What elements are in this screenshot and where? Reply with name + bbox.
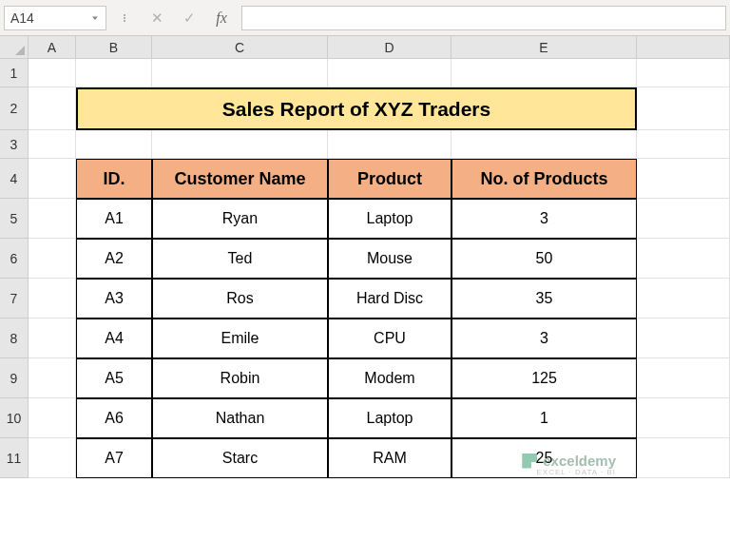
cell-qty[interactable]: 3 bbox=[451, 319, 637, 358]
cell-product[interactable]: Hard Disc bbox=[328, 279, 451, 319]
cell-f9[interactable] bbox=[637, 358, 730, 398]
cell-qty[interactable]: 125 bbox=[451, 358, 637, 398]
name-box[interactable]: A14 ▼ bbox=[4, 6, 106, 30]
cell-f1[interactable] bbox=[637, 59, 730, 87]
select-all-corner[interactable] bbox=[0, 36, 29, 59]
row-header-8[interactable]: 8 bbox=[0, 319, 29, 358]
cell-f7[interactable] bbox=[637, 279, 730, 319]
cell-product[interactable]: Mouse bbox=[328, 239, 451, 279]
row-headers: 1 2 3 4 5 6 7 8 9 10 11 bbox=[0, 59, 29, 478]
table-row: A5 Robin Modem 125 bbox=[29, 358, 730, 398]
cell-a4[interactable] bbox=[29, 159, 76, 199]
header-id[interactable]: ID. bbox=[76, 159, 152, 199]
formula-input[interactable] bbox=[241, 6, 726, 30]
cell-b1[interactable] bbox=[76, 59, 152, 87]
col-header-d[interactable]: D bbox=[328, 36, 451, 59]
cell-product[interactable]: Laptop bbox=[328, 199, 451, 239]
name-box-value: A14 bbox=[10, 10, 34, 26]
cell-a6[interactable] bbox=[29, 239, 76, 279]
cell-qty[interactable]: 35 bbox=[451, 279, 637, 319]
cell-c1[interactable] bbox=[152, 59, 328, 87]
row-header-5[interactable]: 5 bbox=[0, 199, 29, 239]
cell-product[interactable]: CPU bbox=[328, 319, 451, 358]
cell-qty[interactable]: 50 bbox=[451, 239, 637, 279]
cell-product[interactable]: Modem bbox=[328, 358, 451, 398]
cell-d1[interactable] bbox=[328, 59, 451, 87]
table-row: A1 Ryan Laptop 3 bbox=[29, 199, 730, 239]
row-header-2[interactable]: 2 bbox=[0, 87, 29, 130]
cell-id[interactable]: A2 bbox=[76, 239, 152, 279]
cell-name[interactable]: Emile bbox=[152, 319, 328, 358]
cell-product[interactable]: Laptop bbox=[328, 398, 451, 438]
cell-f6[interactable] bbox=[637, 239, 730, 279]
cell-a3[interactable] bbox=[29, 130, 76, 159]
row-header-11[interactable]: 11 bbox=[0, 438, 29, 478]
col-header-b[interactable]: B bbox=[76, 36, 152, 59]
grid-body: Sales Report of XYZ Traders ID. Customer… bbox=[29, 59, 730, 478]
header-product[interactable]: Product bbox=[328, 159, 451, 199]
cell-f4[interactable] bbox=[637, 159, 730, 199]
chevron-down-icon[interactable]: ▼ bbox=[90, 14, 100, 21]
cell-a5[interactable] bbox=[29, 199, 76, 239]
cell-name[interactable]: Ryan bbox=[152, 199, 328, 239]
cell-f10[interactable] bbox=[637, 398, 730, 438]
confirm-icon[interactable]: ✓ bbox=[175, 6, 203, 30]
cell-b3[interactable] bbox=[76, 130, 152, 159]
row-header-6[interactable]: 6 bbox=[0, 239, 29, 279]
header-name[interactable]: Customer Name bbox=[152, 159, 328, 199]
cell-name[interactable]: Ros bbox=[152, 279, 328, 319]
formula-bar: A14 ▼ ✕ ✓ fx bbox=[0, 0, 730, 36]
cell-id[interactable]: A7 bbox=[76, 438, 152, 478]
cell-id[interactable]: A1 bbox=[76, 199, 152, 239]
col-header-f[interactable] bbox=[637, 36, 730, 59]
col-header-c[interactable]: C bbox=[152, 36, 328, 59]
cell-id[interactable]: A4 bbox=[76, 319, 152, 358]
cell-e1[interactable] bbox=[451, 59, 637, 87]
cell-f3[interactable] bbox=[637, 130, 730, 159]
left-column: 1 2 3 4 5 6 7 8 9 10 11 bbox=[0, 36, 29, 560]
table-row: A2 Ted Mouse 50 bbox=[29, 239, 730, 279]
cell-id[interactable]: A5 bbox=[76, 358, 152, 398]
cell-a10[interactable] bbox=[29, 398, 76, 438]
cell-name[interactable]: Ted bbox=[152, 239, 328, 279]
row-header-4[interactable]: 4 bbox=[0, 159, 29, 199]
cell-name[interactable]: Robin bbox=[152, 358, 328, 398]
row-header-3[interactable]: 3 bbox=[0, 130, 29, 159]
cell-qty[interactable]: 3 bbox=[451, 199, 637, 239]
cell-id[interactable]: A3 bbox=[76, 279, 152, 319]
cell-a9[interactable] bbox=[29, 358, 76, 398]
table-row: A3 Ros Hard Disc 35 bbox=[29, 279, 730, 319]
row-header-9[interactable]: 9 bbox=[0, 358, 29, 398]
cell-f2[interactable] bbox=[637, 87, 730, 130]
cell-id[interactable]: A6 bbox=[76, 398, 152, 438]
title-cell[interactable]: Sales Report of XYZ Traders bbox=[76, 87, 637, 130]
cancel-icon[interactable]: ✕ bbox=[143, 6, 171, 30]
cell-qty[interactable]: 1 bbox=[451, 398, 637, 438]
cell-name[interactable]: Nathan bbox=[152, 398, 328, 438]
row-header-10[interactable]: 10 bbox=[0, 398, 29, 438]
cell-d3[interactable] bbox=[328, 130, 451, 159]
row-header-1[interactable]: 1 bbox=[0, 59, 29, 87]
cell-f11[interactable] bbox=[637, 438, 730, 478]
cell-f5[interactable] bbox=[637, 199, 730, 239]
col-header-a[interactable]: A bbox=[29, 36, 76, 59]
cell-c3[interactable] bbox=[152, 130, 328, 159]
header-qty[interactable]: No. of Products bbox=[451, 159, 637, 199]
cell-name[interactable]: Starc bbox=[152, 438, 328, 478]
expand-icon[interactable] bbox=[110, 6, 139, 30]
watermark-tag: EXCEL · DATA · BI bbox=[536, 468, 616, 476]
cell-f8[interactable] bbox=[637, 319, 730, 358]
cell-a8[interactable] bbox=[29, 319, 76, 358]
fx-icon[interactable]: fx bbox=[207, 6, 236, 30]
grid-row-3 bbox=[29, 130, 730, 159]
cell-e3[interactable] bbox=[451, 130, 637, 159]
col-header-e[interactable]: E bbox=[451, 36, 637, 59]
col-headers: A B C D E bbox=[29, 36, 730, 59]
cell-a11[interactable] bbox=[29, 438, 76, 478]
cell-a1[interactable] bbox=[29, 59, 76, 87]
cell-a7[interactable] bbox=[29, 279, 76, 319]
grid-column: A B C D E Sales Report of XYZ Traders bbox=[29, 36, 730, 560]
row-header-7[interactable]: 7 bbox=[0, 279, 29, 319]
cell-a2[interactable] bbox=[29, 87, 76, 130]
cell-product[interactable]: RAM bbox=[328, 438, 451, 478]
